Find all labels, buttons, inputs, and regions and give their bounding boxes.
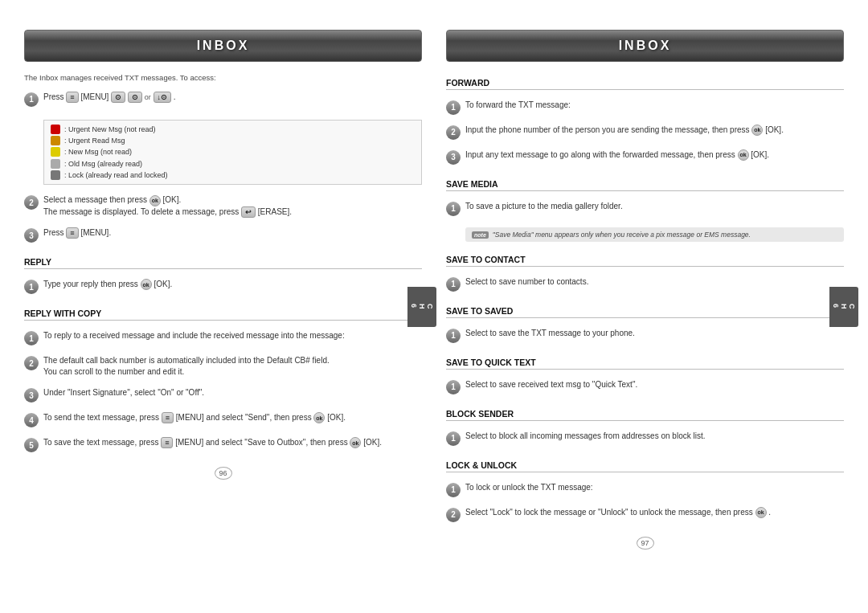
- save-media-step-1-circle: 1: [446, 202, 461, 216]
- ok-key-lu: ok: [755, 507, 767, 518]
- step-3-row: 3 Press ≡ [MENU].: [24, 227, 422, 243]
- rwc-step-4-circle: 4: [24, 413, 39, 427]
- save-to-quick-text-title: SAVE TO QUICK TEXT: [446, 358, 844, 370]
- lock-msg-icon: [51, 170, 60, 180]
- right-page-number: 97: [446, 537, 844, 550]
- forward-step-1-circle: 1: [446, 100, 461, 115]
- lock-unlock-title: LOCK & UNLOCK: [446, 460, 844, 472]
- new-msg-icon: [51, 147, 60, 157]
- save-media-step-1: 1 To save a picture to the media gallery…: [446, 201, 844, 216]
- nav-key2: ⊙: [128, 92, 142, 103]
- step-3-circle: 3: [24, 228, 39, 243]
- ok-key-fwd3: ok: [738, 149, 749, 161]
- lu-step-1-text: To lock or unlock the TXT message:: [465, 482, 844, 493]
- menu-key-step3: ≡: [66, 227, 78, 239]
- rwc-step-4: 4 To send the text message, press ≡ [MEN…: [24, 412, 422, 427]
- ok-key-save: ok: [350, 437, 361, 448]
- bs-step-1-circle: 1: [446, 431, 461, 446]
- reply-step-1-text: Type your reply then press ok [OK].: [43, 279, 422, 290]
- urgent-read-label: : Urgent Read Msg: [64, 135, 125, 146]
- left-intro: The Inbox manages received TXT messages.…: [24, 73, 422, 82]
- step-1-text: Press ≡ [MENU] ⊙ ⊙ or ↓⊙ .: [43, 92, 422, 103]
- rwc-step-2-circle: 2: [24, 356, 39, 370]
- step-2-circle: 2: [24, 195, 39, 210]
- rwc-step-3: 3 Under "Insert Signature", select "On" …: [24, 387, 422, 403]
- forward-step-1: 1 To forward the TXT message:: [446, 100, 844, 115]
- right-column: INBOX FORWARD 1 To forward the TXT messa…: [446, 30, 844, 584]
- lu-step-2-text: Select "Lock" to lock the message or "Un…: [465, 507, 844, 518]
- rwc-step-2-text: The default call back number is automati…: [43, 355, 422, 378]
- rwc-step-2: 2 The default call back number is automa…: [24, 355, 422, 378]
- ok-key-fwd2: ok: [751, 125, 763, 136]
- stqt-step-1: 1 Select to save received text msg to "Q…: [446, 379, 844, 394]
- menu-key-save: ≡: [161, 437, 173, 448]
- left-inbox-header: INBOX: [24, 30, 422, 62]
- save-to-saved-title: SAVE TO SAVED: [446, 306, 844, 318]
- ok-key-step2: ok: [149, 195, 161, 206]
- menu-icon-row-3: : New Msg (not read): [51, 146, 415, 157]
- menu-icon-row-2: : Urgent Read Msg: [51, 135, 415, 146]
- stc-step-1-text: Select to save number to contacts.: [465, 276, 844, 288]
- save-media-title: SAVE MEDIA: [446, 179, 844, 191]
- save-media-note: note "Save Media" menu appears only when…: [465, 227, 844, 242]
- reply-step-1: 1 Type your reply then press ok [OK].: [24, 279, 422, 294]
- old-msg-icon: [51, 159, 60, 169]
- save-media-note-text: "Save Media" menu appears only when you …: [493, 231, 751, 239]
- left-page-number: 96: [24, 467, 422, 480]
- rwc-step-3-text: Under "Insert Signature", select "On" or…: [43, 387, 422, 398]
- lu-step-2-circle: 2: [446, 508, 461, 522]
- menu-key: ≡: [66, 92, 78, 103]
- left-column: INBOX The Inbox manages received TXT mes…: [24, 30, 422, 584]
- note-label: note: [472, 231, 489, 239]
- step-1-circle: 1: [24, 92, 39, 107]
- menu-icon-box: : Urgent New Msg (not read) : Urgent Rea…: [43, 120, 422, 186]
- stc-step-1: 1 Select to save number to contacts.: [446, 276, 844, 292]
- stc-step-1-circle: 1: [446, 277, 461, 292]
- rwc-step-5-text: To save the text message, press ≡ [MENU]…: [43, 437, 422, 448]
- reply-section-title: REPLY: [24, 257, 422, 269]
- ok-key-send: ok: [313, 412, 325, 423]
- block-sender-title: BLOCK SENDER: [446, 409, 844, 421]
- reply-with-copy-title: REPLY WITH COPY: [24, 309, 422, 321]
- sts-step-1-text: Select to save the TXT message to your p…: [465, 328, 844, 339]
- old-msg-label: : Old Msg (already read): [64, 158, 142, 170]
- forward-step-3: 3 Input any text message to go along wit…: [446, 149, 844, 165]
- menu-key-send: ≡: [162, 412, 174, 423]
- forward-step-2-circle: 2: [446, 125, 461, 140]
- menu-icon-row-4: : Old Msg (already read): [51, 158, 415, 170]
- bs-step-1-text: Select to block all incoming messages fr…: [465, 431, 844, 442]
- lu-step-2: 2 Select "Lock" to lock the message or "…: [446, 507, 844, 522]
- nav-key1: ⊙: [111, 92, 125, 103]
- urgent-new-icon: [51, 125, 60, 134]
- forward-title: FORWARD: [446, 78, 844, 90]
- new-msg-label: : New Msg (not read): [64, 146, 132, 157]
- rwc-step-5: 5 To save the text message, press ≡ [MEN…: [24, 437, 422, 452]
- step-2-row: 2 Select a message then press ok [OK]. T…: [24, 194, 422, 218]
- sts-step-1: 1 Select to save the TXT message to your…: [446, 328, 844, 343]
- sts-step-1-circle: 1: [446, 329, 461, 343]
- lu-step-1: 1 To lock or unlock the TXT message:: [446, 482, 844, 497]
- stqt-step-1-circle: 1: [446, 380, 461, 394]
- nav-key3: ↓⊙: [154, 92, 172, 103]
- rwc-step-1-text: To reply to a received message and inclu…: [43, 330, 422, 341]
- save-to-contact-title: SAVE TO CONTACT: [446, 255, 844, 267]
- rwc-step-1: 1 To reply to a received message and inc…: [24, 330, 422, 345]
- bs-step-1: 1 Select to block all incoming messages …: [446, 431, 844, 446]
- lu-step-1-circle: 1: [446, 483, 461, 497]
- forward-step-2: 2 Input the phone number of the person y…: [446, 125, 844, 140]
- ok-key-reply: ok: [141, 279, 152, 290]
- forward-step-3-circle: 3: [446, 150, 461, 165]
- urgent-new-label: : Urgent New Msg (not read): [64, 124, 156, 135]
- erase-key: ↩: [241, 206, 256, 218]
- save-media-step-1-text: To save a picture to the media gallery f…: [465, 201, 844, 212]
- rwc-step-5-circle: 5: [24, 438, 39, 452]
- menu-icon-row-1: : Urgent New Msg (not read): [51, 124, 415, 135]
- forward-step-2-text: Input the phone number of the person you…: [465, 125, 844, 136]
- urgent-read-icon: [51, 136, 60, 145]
- rwc-step-4-text: To send the text message, press ≡ [MENU]…: [43, 412, 422, 423]
- left-side-tab: CH6: [407, 287, 436, 327]
- step-2-text: Select a message then press ok [OK]. The…: [43, 194, 422, 218]
- lock-msg-label: : Lock (already read and locked): [64, 170, 168, 181]
- right-side-tab: CH6: [829, 287, 858, 327]
- rwc-step-3-circle: 3: [24, 388, 39, 403]
